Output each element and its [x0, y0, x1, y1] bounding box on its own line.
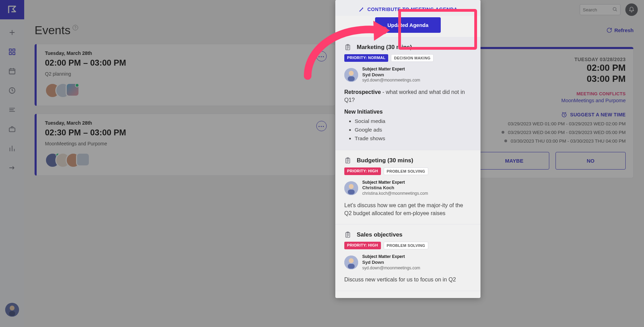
- svg-point-15: [349, 71, 354, 76]
- refresh-label: Refresh: [614, 27, 634, 33]
- time-slot[interactable]: 03/29/2023 WED 01:00 PM - 03/29/2023 WED…: [479, 121, 626, 126]
- nav-history[interactable]: [7, 86, 17, 95]
- event-card[interactable]: Tuesday, March 28th 02:30 PM – 03:00 PM …: [35, 114, 335, 176]
- category-badge: PROBLEM SOLVING: [384, 242, 428, 249]
- agenda-subhead: New Initiatives: [344, 109, 472, 115]
- nav-add[interactable]: [7, 28, 17, 37]
- info-icon[interactable]: ?: [73, 25, 78, 30]
- action-row: MAYBE NO: [479, 152, 626, 170]
- sidebar: [0, 0, 24, 327]
- agenda-desc: Retrospective - what worked and what did…: [344, 88, 472, 104]
- sme-role: Subject Matter Expert: [362, 254, 420, 260]
- conflicts-link[interactable]: MoonMeetings and Purpome: [479, 98, 626, 103]
- search-box[interactable]: [580, 4, 620, 15]
- meeting-detail-panel: TUESDAY 03/28/2023 02:00 PM 03:00 PM MEE…: [471, 47, 634, 178]
- agenda-item: Marketing (30 mins)PRIORITY: NORMALDECIS…: [335, 37, 480, 150]
- agenda-item: Budgeting (30 mins)PRIORITY: HIGHPROBLEM…: [335, 150, 480, 224]
- sme-block: Subject Matter ExpertChristina Kochchris…: [344, 180, 472, 196]
- svg-rect-4: [9, 69, 15, 74]
- agenda-desc: Discuss new verticals for us to focus on…: [344, 276, 472, 283]
- detail-start-time: 02:00 PM: [479, 63, 626, 73]
- event-date: Tuesday, March 28th: [45, 50, 327, 56]
- svg-rect-16: [348, 76, 355, 81]
- attendee-avatars: [45, 153, 327, 168]
- sme-avatar: [344, 181, 358, 195]
- slot-text: 03/30/2023 THU 03:00 PM - 03/30/2023 THU…: [511, 138, 626, 144]
- agenda-item-title: Marketing (30 mins): [357, 44, 412, 51]
- logo[interactable]: [0, 0, 24, 19]
- sme-email: syd.down@moonmeetings.com: [362, 78, 420, 83]
- card-menu-button[interactable]: ●●●: [316, 51, 327, 61]
- nav-arrow[interactable]: [7, 163, 17, 173]
- nav-dashboard[interactable]: [7, 47, 17, 57]
- suggest-label: SUGGEST A NEW TIME: [570, 112, 626, 117]
- sme-role: Subject Matter Expert: [362, 67, 420, 72]
- nav-calendar[interactable]: [7, 66, 17, 76]
- agenda-header: CONTRIBUTE TO MEETING AGENDA: [335, 0, 480, 16]
- agenda-bullet: Trade shows: [355, 134, 472, 143]
- svg-rect-2: [9, 52, 11, 55]
- category-badge: PROBLEM SOLVING: [384, 167, 428, 175]
- maybe-button[interactable]: MAYBE: [479, 152, 549, 170]
- notifications-button[interactable]: [625, 3, 638, 16]
- sme-avatar: [344, 256, 358, 269]
- event-time: 02:30 PM – 03:00 PM: [45, 128, 327, 137]
- svg-point-25: [349, 258, 354, 263]
- svg-rect-21: [348, 190, 355, 194]
- clipboard-icon: [344, 231, 351, 238]
- category-badge: DECISION MAKING: [391, 54, 433, 62]
- event-card[interactable]: Tuesday, March 28th 02:00 PM – 03:00 PM …: [35, 44, 335, 106]
- search-input[interactable]: [583, 7, 612, 12]
- alarm-icon: [561, 112, 567, 118]
- agenda-item: Sales objectivesPRIORITY: HIGHPROBLEM SO…: [335, 224, 480, 291]
- page-title-wrap: Events ?: [35, 23, 78, 37]
- card-menu-button[interactable]: ●●●: [316, 121, 327, 131]
- updated-agenda-button[interactable]: Updated Agenda: [375, 17, 441, 33]
- svg-rect-6: [9, 128, 15, 132]
- sme-email: christina.koch@moonmeetings.com: [362, 191, 428, 196]
- app-root: Events ? Refresh Tuesday, March 28th 02:…: [0, 0, 644, 327]
- slot-text: 03/29/2023 WED 04:00 PM - 03/29/2023 WED…: [508, 130, 626, 135]
- conflicts-label: MEETING CONFLICTS: [479, 91, 626, 96]
- priority-badge: PRIORITY: HIGH: [344, 167, 381, 175]
- search-icon: [612, 7, 617, 13]
- page-title: Events: [35, 23, 71, 37]
- sme-name: Christina Koch: [362, 185, 428, 191]
- event-subtitle: Q2 planning: [45, 71, 327, 77]
- clipboard-icon: [344, 44, 351, 51]
- refresh-button[interactable]: Refresh: [606, 27, 634, 33]
- svg-rect-26: [348, 264, 355, 269]
- svg-point-20: [349, 184, 354, 189]
- agenda-item-title: Budgeting (30 mins): [357, 157, 413, 164]
- sme-block: Subject Matter ExpertSyd Downsyd.down@mo…: [344, 67, 472, 83]
- slot-dot-icon: [502, 131, 504, 134]
- event-subtitle: MoonMeetings and Purpome: [45, 141, 327, 146]
- page-header: Events ? Refresh: [24, 19, 644, 44]
- attendee-avatars: [45, 83, 327, 98]
- sidebar-user-avatar[interactable]: [5, 303, 19, 317]
- no-button[interactable]: NO: [556, 152, 626, 170]
- time-slot[interactable]: 03/30/2023 THU 03:00 PM - 03/30/2023 THU…: [479, 138, 626, 144]
- sme-role: Subject Matter Expert: [362, 180, 428, 185]
- agenda-bullet-list: Social mediaGoogle adsTrade shows: [344, 117, 472, 143]
- detail-end-time: 03:00 PM: [479, 74, 626, 84]
- svg-rect-3: [13, 52, 15, 55]
- clipboard-icon: [344, 157, 351, 164]
- priority-badge: PRIORITY: HIGH: [344, 242, 381, 249]
- nav-list-icon[interactable]: [7, 105, 17, 115]
- svg-rect-9: [9, 311, 15, 316]
- sme-email: syd.down@moonmeetings.com: [362, 266, 420, 271]
- nav-briefcase[interactable]: [7, 124, 17, 134]
- priority-badge: PRIORITY: NORMAL: [344, 54, 388, 62]
- avatar[interactable]: [76, 153, 90, 166]
- nav-analytics[interactable]: [7, 144, 17, 153]
- sme-name: Syd Down: [362, 72, 420, 78]
- event-time: 02:00 PM – 03:00 PM: [45, 58, 327, 68]
- time-slot[interactable]: 03/29/2023 WED 04:00 PM - 03/29/2023 WED…: [479, 130, 626, 135]
- suggest-time-button[interactable]: SUGGEST A NEW TIME: [479, 112, 626, 118]
- agenda-body[interactable]: Marketing (30 mins)PRIORITY: NORMALDECIS…: [335, 37, 480, 291]
- nav-list: [7, 19, 17, 173]
- svg-point-8: [10, 306, 15, 310]
- agenda-header-title: CONTRIBUTE TO MEETING AGENDA: [367, 7, 458, 12]
- avatar[interactable]: [66, 83, 80, 97]
